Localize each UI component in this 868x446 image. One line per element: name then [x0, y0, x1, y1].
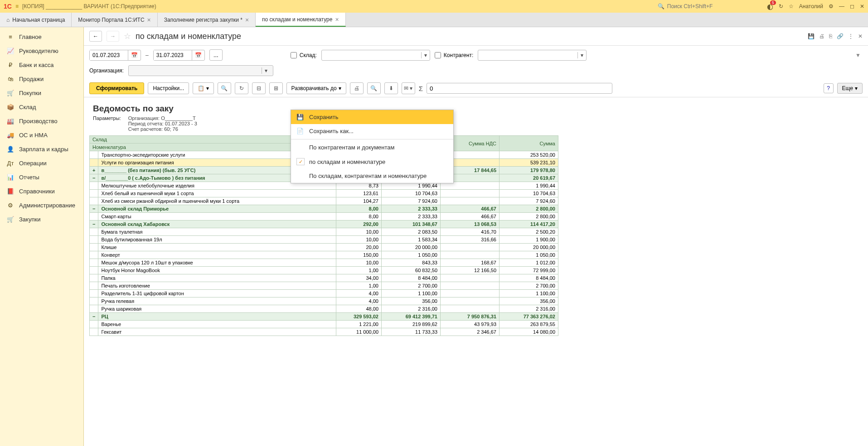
date-to-input[interactable] — [154, 50, 192, 60]
favorite-icon[interactable]: ☆ — [124, 31, 131, 41]
kontragent-filter[interactable]: Контрагент: — [435, 52, 473, 58]
date-from-input[interactable] — [90, 50, 128, 60]
dropdown-opt1[interactable]: По контрагентам и документам — [291, 140, 453, 154]
export-icon[interactable]: ⎘ — [829, 33, 832, 39]
funnel-icon[interactable]: ▼ — [855, 52, 861, 58]
table-row[interactable]: −Основной склад Приморье8,002 333,33466,… — [90, 205, 558, 213]
calendar-icon[interactable]: 📅 — [128, 50, 141, 60]
table-row[interactable]: Гексавит11 000,0011 733,332 346,6714 080… — [90, 328, 558, 336]
variants-button[interactable]: 📋 ▾ — [193, 82, 213, 94]
table-row[interactable]: Хлеб белый из пшеничной муки 1 сорта123,… — [90, 190, 558, 197]
tab[interactable]: Монитор Портала 1С:ИТС× — [72, 13, 157, 27]
sidebar-item[interactable]: ₽Банк и касса — [0, 58, 83, 72]
sidebar-item[interactable]: 👤Зарплата и кадры — [0, 142, 83, 156]
table-row[interactable]: −РЦ329 593,0269 412 399,717 950 876,3177… — [90, 313, 558, 321]
menu-icon[interactable]: ≡ — [15, 3, 19, 10]
history-icon[interactable]: ↻ — [779, 3, 783, 10]
refresh-button[interactable]: ↻ — [235, 82, 248, 94]
dropdown-opt2[interactable]: ✓ по складам и номенклатуре — [291, 154, 453, 169]
expand-to-button[interactable]: Разворачивать до ▾ — [286, 82, 346, 94]
sidebar-item[interactable]: 📦Склад — [0, 100, 83, 114]
dropdown-opt3[interactable]: По складам, контрагентам и номенклатуре — [291, 169, 453, 183]
table-row[interactable]: Ноутбук Honor MagoBook1,0060 832,5012 16… — [90, 267, 558, 274]
help-button[interactable]: ? — [824, 83, 834, 93]
table-row[interactable]: Папка34,008 484,008 484,00 — [90, 274, 558, 282]
sidebar-item[interactable]: ⚙Администрирование — [0, 198, 83, 212]
sidebar-item[interactable]: ≡Главное — [0, 30, 83, 44]
print-button[interactable]: 🖨 — [350, 82, 364, 94]
user-name[interactable]: Анатолий — [799, 3, 823, 10]
sklad-checkbox[interactable] — [291, 52, 297, 58]
dropdown-save[interactable]: 💾 Сохранить — [291, 110, 453, 124]
settings-icon[interactable]: ⚙ — [829, 3, 834, 10]
collapse-button[interactable]: ⊟ — [252, 82, 266, 94]
table-row[interactable]: Хлеб из смеси ржаной обдирной и пшенично… — [90, 197, 558, 205]
nav-back-button[interactable]: ← — [89, 31, 102, 42]
sidebar-item[interactable]: 📈Руководителю — [0, 44, 83, 58]
tab[interactable]: ⌂Начальная страница — [0, 13, 72, 27]
table-row[interactable]: Бумага туалетная10,002 083,50416,702 500… — [90, 228, 558, 236]
close-icon[interactable]: × — [335, 16, 339, 23]
date-to[interactable]: 📅 — [153, 50, 205, 61]
maximize-icon[interactable]: ◻ — [850, 3, 854, 10]
global-search[interactable]: 🔍 — [658, 3, 758, 10]
kontragent-checkbox[interactable] — [435, 52, 441, 58]
bell-icon[interactable]: ◐ — [767, 2, 773, 11]
table-row[interactable]: Конверт150,001 050,001 050,00 — [90, 251, 558, 259]
sidebar-item[interactable]: 🛒Закупки — [0, 212, 83, 226]
expand-toggle[interactable]: − — [90, 174, 98, 182]
sidebar-item[interactable]: 📕Справочники — [0, 184, 83, 198]
kebab-icon[interactable]: ⋮ — [848, 33, 853, 39]
kontragent-select[interactable]: ▾ — [478, 50, 587, 61]
tab[interactable]: по складам и номенклатуре× — [256, 13, 346, 27]
settings-button[interactable]: Настройки... — [148, 82, 189, 94]
expand-toggle[interactable]: + — [90, 167, 98, 174]
period-dialog-button[interactable]: ... — [209, 49, 223, 61]
close-icon[interactable]: × — [245, 16, 249, 24]
sidebar-item[interactable]: ДтОперации — [0, 156, 83, 170]
sidebar-item[interactable]: 🛍Продажи — [0, 72, 83, 86]
save-file-button[interactable]: ⬇ — [384, 82, 398, 94]
expand-toggle[interactable]: − — [90, 205, 98, 213]
sidebar-item[interactable]: 🏭Производство — [0, 114, 83, 128]
table-row[interactable]: Печать изготовление1,002 700,002 700,00 — [90, 282, 558, 290]
table-row[interactable]: Мешок д/мусора 120 л 10шт в упаковке10,0… — [90, 259, 558, 267]
search-input[interactable] — [667, 3, 758, 10]
sidebar-item[interactable]: 🚚ОС и НМА — [0, 128, 83, 142]
table-row[interactable]: −Основной склад Хабаровск292,00101 348,6… — [90, 221, 558, 228]
calendar-icon[interactable]: 📅 — [192, 50, 204, 60]
date-from[interactable]: 📅 — [89, 50, 141, 61]
sum-field[interactable] — [427, 83, 612, 94]
expand-toggle[interactable]: − — [90, 221, 98, 228]
table-row[interactable]: Клише20,0020 000,0020 000,00 — [90, 244, 558, 251]
tab[interactable]: Заполнение регистра закупки *× — [158, 13, 256, 27]
close-icon[interactable]: × — [147, 16, 151, 24]
star-icon[interactable]: ☆ — [789, 3, 794, 10]
email-button[interactable]: ✉ ▾ — [402, 82, 415, 94]
expand-button[interactable]: ⊞ — [269, 82, 283, 94]
table-row[interactable]: Ручка гелевая4,00356,00356,00 — [90, 297, 558, 305]
table-row[interactable]: Смарт-карты8,002 333,33466,672 800,00 — [90, 213, 558, 221]
more-button[interactable]: Еще ▾ — [837, 83, 863, 94]
close-content-icon[interactable]: ✕ — [858, 33, 863, 39]
dropdown-save-as[interactable]: 📄 Сохранить как... — [291, 124, 453, 138]
sklad-select[interactable]: ▾ — [321, 50, 430, 61]
table-row[interactable]: Ручка шариковая48,002 316,002 316,00 — [90, 305, 558, 313]
link-icon[interactable]: 🔗 — [837, 33, 844, 39]
nav-forward-button[interactable]: → — [107, 31, 119, 42]
search-report-button[interactable]: 🔍 — [218, 82, 231, 94]
close-icon[interactable]: ✕ — [860, 3, 864, 10]
table-row[interactable]: Варенье1 221,00219 899,6243 979,93263 87… — [90, 321, 558, 328]
sklad-filter[interactable]: Склад: — [291, 52, 317, 58]
save-icon[interactable]: 💾 — [808, 33, 815, 39]
print-icon[interactable]: 🖨 — [819, 33, 824, 39]
table-row[interactable]: Разделитель 1-31 цифровой картон4,001 10… — [90, 290, 558, 297]
sidebar-item[interactable]: 📊Отчеты — [0, 170, 83, 184]
org-select[interactable]: ▾ — [128, 65, 273, 76]
minimize-icon[interactable]: — — [839, 3, 844, 10]
preview-button[interactable]: 🔍 — [367, 82, 381, 94]
expand-toggle[interactable]: − — [90, 313, 98, 321]
sidebar-item[interactable]: 🛒Покупки — [0, 86, 83, 100]
form-button[interactable]: Сформировать — [89, 82, 144, 94]
table-row[interactable]: Вода бутилированная 19л10,001 583,34316,… — [90, 236, 558, 244]
